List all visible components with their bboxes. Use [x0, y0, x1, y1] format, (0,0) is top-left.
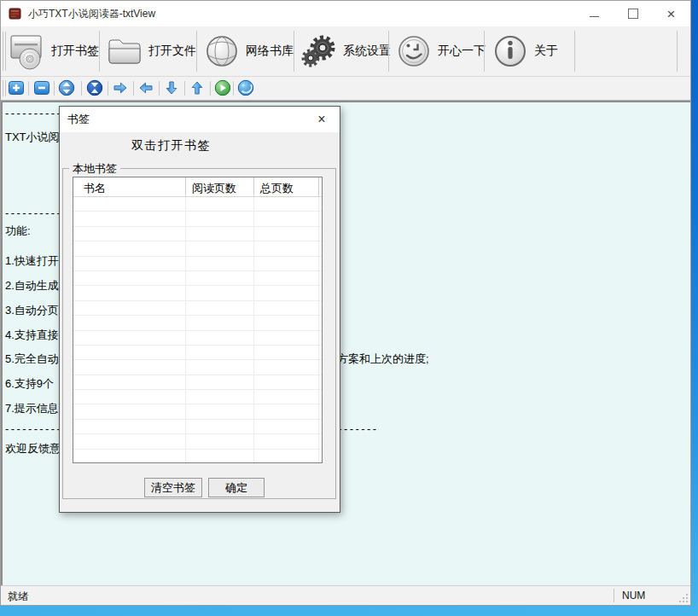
table-cell	[186, 450, 254, 463]
play-button[interactable]	[214, 79, 231, 96]
table-cell	[319, 331, 322, 345]
table-cell	[319, 420, 322, 433]
table-cell	[73, 286, 186, 299]
zoom-in-button[interactable]	[8, 79, 25, 96]
table-cell	[254, 241, 319, 255]
maximize-icon	[628, 9, 638, 19]
table-row	[73, 331, 322, 346]
toolbar-label: 关于	[534, 44, 558, 59]
play-icon	[214, 79, 231, 96]
minimize-button[interactable]	[575, 1, 614, 26]
open-bookmark-button[interactable]: 打开书签	[5, 30, 102, 73]
status-bar: 就绪 NUM	[1, 585, 690, 605]
table-cell	[186, 420, 254, 433]
toolbar-separator	[484, 31, 485, 72]
web-sphere-button[interactable]	[237, 79, 254, 96]
table-cell	[254, 375, 319, 389]
arrow-down-button[interactable]	[163, 79, 180, 96]
table-cell	[254, 390, 319, 404]
column-header-filler	[319, 177, 322, 196]
num-lock-indicator: NUM	[622, 590, 645, 601]
table-row	[73, 360, 322, 375]
column-header[interactable]: 阅读页数	[186, 177, 254, 196]
table-row	[73, 257, 322, 271]
table-cell	[73, 434, 186, 448]
table-row	[73, 404, 322, 419]
table-cell	[254, 450, 319, 463]
toolbar-separator	[99, 31, 100, 72]
groupbox-label: 本地书签	[69, 161, 120, 177]
table-cell	[319, 450, 322, 463]
table-cell	[254, 316, 319, 329]
expand-vertical-button[interactable]	[58, 79, 75, 96]
web-sphere-icon	[237, 79, 254, 96]
table-cell	[186, 316, 254, 329]
resize-grip[interactable]	[678, 592, 689, 604]
table-cell	[73, 301, 186, 315]
table-row	[73, 316, 322, 330]
toolbar-label: 系统设置	[343, 44, 391, 59]
settings-button[interactable]: 系统设置	[297, 30, 393, 73]
ok-button[interactable]: 确定	[208, 478, 265, 497]
status-text: 就绪	[8, 590, 28, 604]
table-cell	[186, 301, 254, 315]
table-cell	[319, 360, 322, 374]
table-cell	[254, 434, 319, 448]
table-row	[73, 286, 322, 300]
maximize-button[interactable]	[614, 1, 652, 26]
table-cell	[73, 271, 186, 285]
open-file-button[interactable]: 打开文件	[102, 30, 199, 73]
table-cell	[319, 241, 322, 255]
arrow-up-icon	[189, 79, 206, 96]
smiley-icon	[394, 32, 433, 71]
table-row	[73, 434, 322, 449]
toolbar-separator	[388, 31, 389, 72]
titlebar[interactable]: 小巧TXT小说阅读器-txtView ×	[1, 1, 690, 26]
toolbar-separator	[81, 81, 82, 96]
table-cell	[186, 375, 254, 389]
table-cell	[319, 271, 322, 285]
collapse-vertical-button[interactable]	[86, 79, 103, 96]
about-button[interactable]: 关于	[488, 30, 561, 73]
minimize-icon	[590, 16, 599, 17]
arrow-right-button[interactable]	[112, 79, 129, 96]
table-row	[73, 271, 322, 286]
quick-toolbar	[1, 77, 690, 101]
table-row	[73, 420, 322, 434]
web-library-button[interactable]: 网络书库	[200, 30, 296, 73]
zoom-out-button[interactable]	[33, 79, 50, 96]
table-cell	[254, 346, 319, 359]
table-cell	[319, 346, 322, 359]
arrow-left-icon	[137, 79, 154, 96]
column-header[interactable]: 书名	[73, 177, 186, 196]
arrow-up-button[interactable]	[189, 79, 206, 96]
table-cell	[319, 212, 322, 225]
table-cell	[254, 360, 319, 374]
fun-button[interactable]: 开心一下	[392, 30, 488, 73]
clear-bookmarks-button[interactable]: 清空书签	[144, 478, 202, 497]
close-button[interactable]: ×	[652, 1, 690, 26]
table-cell	[73, 241, 186, 255]
toolbar-separator	[574, 31, 575, 72]
table-cell	[319, 404, 322, 418]
column-header[interactable]: 总页数	[254, 177, 319, 196]
arrow-down-icon	[163, 79, 180, 96]
table-row	[73, 301, 322, 316]
toolbar-separator	[159, 81, 160, 96]
table-cell	[73, 227, 186, 241]
bookmark-table[interactable]: 书名阅读页数总页数	[73, 177, 323, 463]
app-window: 小巧TXT小说阅读器-txtView ×	[0, 0, 691, 606]
dialog-titlebar[interactable]: 书签 ×	[60, 107, 340, 132]
arrow-left-button[interactable]	[137, 79, 154, 96]
globe-icon	[202, 32, 241, 71]
toolbar-separator	[196, 31, 197, 72]
table-cell	[319, 286, 322, 299]
toolbar-gripper[interactable]	[3, 80, 6, 96]
zoom-out-icon	[33, 79, 50, 96]
table-cell	[73, 390, 186, 404]
dialog-close-button[interactable]: ×	[304, 107, 340, 132]
table-cell	[186, 360, 254, 374]
table-row	[73, 450, 322, 463]
main-toolbar: 打开书签 打开文件 网络书库	[1, 26, 690, 77]
table-cell	[186, 197, 254, 211]
